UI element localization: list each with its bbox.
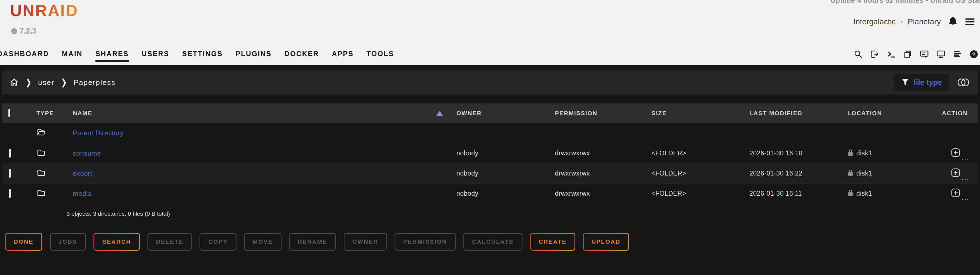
move-button[interactable]: MOVE — [244, 233, 282, 251]
owner-value: nobody — [450, 170, 549, 177]
file-type-filter[interactable]: file type — [894, 74, 949, 91]
table-body: Parent Directory consume nobody drwxrwxr… — [2, 123, 978, 204]
location-value: disk1 — [856, 150, 872, 157]
row-checkbox[interactable] — [9, 149, 11, 158]
nav-item-main[interactable]: MAIN — [62, 50, 83, 60]
breadcrumb-segment-paperpless[interactable]: Paperpless — [73, 78, 116, 87]
logs-icon[interactable] — [953, 50, 962, 59]
display-icon[interactable] — [936, 50, 945, 59]
row-actions-button[interactable]: ... — [936, 168, 978, 179]
folder-icon — [37, 191, 45, 198]
folder-link-media[interactable]: media — [73, 190, 92, 197]
home-icon[interactable] — [10, 78, 19, 87]
upload-button[interactable]: UPLOAD — [583, 233, 629, 251]
nav-item-shares[interactable]: SHARES — [95, 50, 129, 62]
row-actions-button[interactable]: ... — [936, 148, 978, 159]
notifications-bell-icon[interactable] — [948, 17, 958, 27]
column-header-permission[interactable]: PERMISSION — [549, 110, 645, 117]
nav-item-plugins[interactable]: PLUGINS — [235, 50, 272, 60]
table-row-export: export nobody drwxrwxrwx <FOLDER> 2026-0… — [2, 163, 978, 183]
nav-item-users[interactable]: USERS — [142, 50, 169, 60]
permission-value: drwxrwxrwx — [549, 150, 645, 157]
done-button[interactable]: DONE — [5, 233, 42, 251]
calculate-button[interactable]: CALCULATE — [463, 233, 522, 251]
owner-value: nobody — [450, 150, 549, 157]
funnel-filter-icon — [902, 79, 909, 86]
sort-ascending-icon[interactable] — [436, 111, 443, 116]
modified-value: 2026-01-30 16:11 — [743, 190, 841, 197]
location-value: disk1 — [856, 190, 872, 197]
terminal-icon[interactable] — [887, 50, 896, 59]
create-button[interactable]: CREATE — [530, 233, 575, 251]
nav-item-apps[interactable]: APPS — [332, 50, 354, 60]
breadcrumb-segment-user[interactable]: user — [38, 78, 54, 87]
nav-item-docker[interactable]: DOCKER — [284, 50, 319, 60]
column-header-name[interactable]: NAME — [73, 110, 92, 117]
search-button[interactable]: SEARCH — [94, 233, 140, 251]
modified-value: 2026-01-30 16:10 — [743, 150, 841, 157]
column-header-action[interactable]: ACTION — [936, 110, 978, 117]
jobs-button[interactable]: JOBS — [50, 233, 86, 251]
select-all-checkbox[interactable] — [8, 109, 10, 117]
parent-directory-link[interactable]: Parent Directory — [73, 129, 123, 137]
owner-button[interactable]: OWNER — [344, 233, 387, 251]
row-checkbox[interactable] — [9, 189, 11, 198]
more-ellipsis: ... — [961, 155, 969, 159]
table-row-consume: consume nobody drwxrwxrwx <FOLDER> 2026-… — [2, 143, 978, 163]
version-indicator: i 7.2.3 — [11, 27, 37, 35]
breadcrumb-chevron-icon: ❯ — [61, 78, 67, 87]
breadcrumb: ❯ user ❯ Paperpless file type — [2, 70, 978, 95]
hamburger-menu-icon[interactable] — [965, 17, 975, 26]
toolbar-buttons: DONE JOBS SEARCH DELETE COPY MOVE RENAME… — [5, 233, 980, 251]
server-description: Planetary — [908, 17, 941, 26]
location-value: disk1 — [856, 170, 872, 177]
signout-icon[interactable] — [870, 50, 879, 59]
permission-button[interactable]: PERMISSION — [395, 233, 456, 251]
server-identity: Intergalactic • Planetary — [854, 17, 941, 26]
breadcrumb-chevron-icon: ❯ — [26, 78, 31, 87]
modified-value: 2026-01-30 16:22 — [743, 170, 841, 177]
column-header-location[interactable]: LOCATION — [841, 110, 936, 117]
help-icon[interactable]: ? — [969, 50, 978, 59]
header-band: Uptime 4 hours 52 minutes • Unraid OS St… — [0, 0, 980, 65]
copy-icon[interactable] — [903, 50, 912, 59]
folder-link-consume[interactable]: consume — [73, 150, 101, 157]
table-row-media: media nobody drwxrwxrwx <FOLDER> 2026-01… — [2, 183, 978, 204]
rename-button[interactable]: RENAME — [289, 233, 336, 251]
version-info-icon: i — [11, 28, 17, 34]
row-actions-button[interactable]: ... — [936, 188, 978, 199]
more-ellipsis: ... — [961, 175, 969, 179]
permission-value: drwxrwxrwx — [549, 190, 645, 197]
view-toggle-icon[interactable] — [956, 77, 970, 87]
column-header-size[interactable]: SIZE — [645, 110, 743, 117]
size-value: <FOLDER> — [645, 170, 743, 177]
search-icon[interactable] — [854, 50, 863, 59]
expand-plus-icon — [951, 188, 961, 199]
file-browser: ❯ user ❯ Paperpless file type TYPE NAME — [0, 65, 980, 275]
lock-icon — [847, 189, 854, 198]
column-header-owner[interactable]: OWNER — [450, 110, 549, 117]
version-number: 7.2.3 — [19, 27, 37, 35]
owner-value: nobody — [450, 190, 549, 197]
permission-value: drwxrwxrwx — [549, 170, 645, 177]
feedback-icon[interactable] — [920, 50, 929, 59]
expand-plus-icon — [951, 168, 961, 179]
column-header-type[interactable]: TYPE — [30, 110, 67, 117]
row-checkbox[interactable] — [9, 169, 11, 178]
nav-item-dashboard[interactable]: DASHBOARD — [0, 50, 49, 60]
folder-open-icon — [37, 130, 46, 138]
delete-button[interactable]: DELETE — [148, 233, 192, 251]
copy-button[interactable]: COPY — [199, 233, 237, 251]
nav-item-settings[interactable]: SETTINGS — [182, 50, 223, 60]
main-navigation: DASHBOARD MAIN SHARES USERS SETTINGS PLU… — [0, 50, 394, 62]
nav-item-tools[interactable]: TOOLS — [367, 50, 394, 60]
size-value: <FOLDER> — [645, 190, 743, 197]
folder-link-export[interactable]: export — [73, 170, 92, 177]
more-ellipsis: ... — [961, 195, 969, 199]
column-header-last-modified[interactable]: LAST MODIFIED — [743, 110, 841, 117]
uptime-status: Uptime 4 hours 52 minutes • Unraid OS St… — [830, 0, 980, 5]
server-name: Intergalactic — [854, 17, 896, 26]
file-type-filter-label: file type — [913, 78, 942, 87]
table-header-row: TYPE NAME OWNER PERMISSION SIZE LAST MOD… — [2, 103, 978, 123]
lock-icon — [847, 149, 854, 158]
